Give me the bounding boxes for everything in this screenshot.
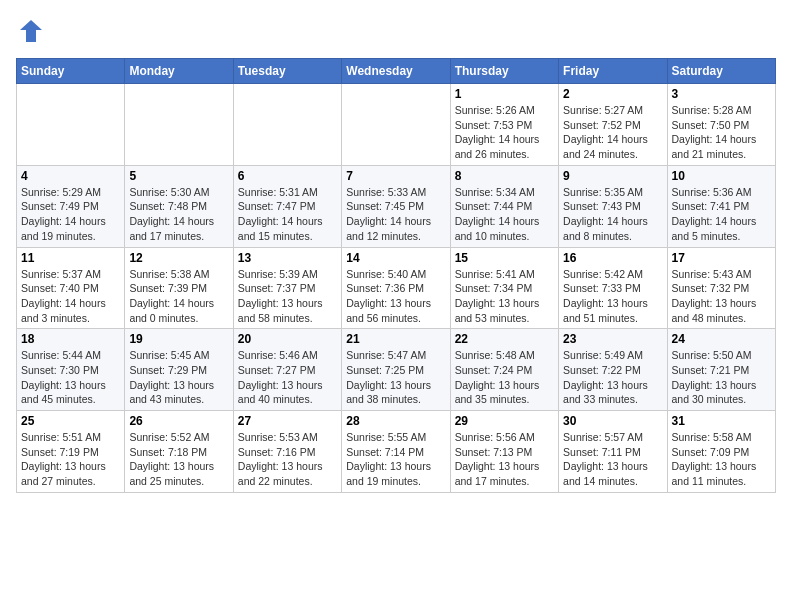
calendar-cell: 24Sunrise: 5:50 AM Sunset: 7:21 PM Dayli… [667,329,775,411]
day-number: 31 [672,414,771,428]
day-info: Sunrise: 5:30 AM Sunset: 7:48 PM Dayligh… [129,185,228,244]
day-number: 25 [21,414,120,428]
day-number: 6 [238,169,337,183]
day-number: 8 [455,169,554,183]
day-info: Sunrise: 5:31 AM Sunset: 7:47 PM Dayligh… [238,185,337,244]
day-info: Sunrise: 5:50 AM Sunset: 7:21 PM Dayligh… [672,348,771,407]
calendar-cell: 22Sunrise: 5:48 AM Sunset: 7:24 PM Dayli… [450,329,558,411]
day-number: 9 [563,169,662,183]
day-info: Sunrise: 5:38 AM Sunset: 7:39 PM Dayligh… [129,267,228,326]
calendar-cell: 27Sunrise: 5:53 AM Sunset: 7:16 PM Dayli… [233,411,341,493]
svg-marker-0 [20,20,42,42]
calendar-cell [342,84,450,166]
day-number: 23 [563,332,662,346]
day-number: 17 [672,251,771,265]
page-header [16,16,776,46]
calendar-cell: 15Sunrise: 5:41 AM Sunset: 7:34 PM Dayli… [450,247,558,329]
calendar-cell: 8Sunrise: 5:34 AM Sunset: 7:44 PM Daylig… [450,165,558,247]
calendar-week-row: 11Sunrise: 5:37 AM Sunset: 7:40 PM Dayli… [17,247,776,329]
calendar-week-row: 1Sunrise: 5:26 AM Sunset: 7:53 PM Daylig… [17,84,776,166]
calendar-cell: 30Sunrise: 5:57 AM Sunset: 7:11 PM Dayli… [559,411,667,493]
calendar-cell: 5Sunrise: 5:30 AM Sunset: 7:48 PM Daylig… [125,165,233,247]
day-info: Sunrise: 5:52 AM Sunset: 7:18 PM Dayligh… [129,430,228,489]
day-info: Sunrise: 5:40 AM Sunset: 7:36 PM Dayligh… [346,267,445,326]
day-number: 4 [21,169,120,183]
calendar-week-row: 4Sunrise: 5:29 AM Sunset: 7:49 PM Daylig… [17,165,776,247]
day-info: Sunrise: 5:27 AM Sunset: 7:52 PM Dayligh… [563,103,662,162]
day-number: 16 [563,251,662,265]
day-info: Sunrise: 5:28 AM Sunset: 7:50 PM Dayligh… [672,103,771,162]
day-number: 27 [238,414,337,428]
calendar-cell: 9Sunrise: 5:35 AM Sunset: 7:43 PM Daylig… [559,165,667,247]
day-info: Sunrise: 5:57 AM Sunset: 7:11 PM Dayligh… [563,430,662,489]
logo [16,16,50,46]
day-number: 24 [672,332,771,346]
day-info: Sunrise: 5:33 AM Sunset: 7:45 PM Dayligh… [346,185,445,244]
calendar-cell: 21Sunrise: 5:47 AM Sunset: 7:25 PM Dayli… [342,329,450,411]
logo-icon [16,16,46,46]
calendar-cell: 11Sunrise: 5:37 AM Sunset: 7:40 PM Dayli… [17,247,125,329]
calendar-cell: 1Sunrise: 5:26 AM Sunset: 7:53 PM Daylig… [450,84,558,166]
day-info: Sunrise: 5:46 AM Sunset: 7:27 PM Dayligh… [238,348,337,407]
calendar-cell: 26Sunrise: 5:52 AM Sunset: 7:18 PM Dayli… [125,411,233,493]
day-info: Sunrise: 5:55 AM Sunset: 7:14 PM Dayligh… [346,430,445,489]
day-info: Sunrise: 5:48 AM Sunset: 7:24 PM Dayligh… [455,348,554,407]
day-number: 26 [129,414,228,428]
day-info: Sunrise: 5:53 AM Sunset: 7:16 PM Dayligh… [238,430,337,489]
weekday-header-tuesday: Tuesday [233,59,341,84]
day-info: Sunrise: 5:39 AM Sunset: 7:37 PM Dayligh… [238,267,337,326]
day-number: 20 [238,332,337,346]
day-number: 3 [672,87,771,101]
day-number: 5 [129,169,228,183]
calendar-week-row: 18Sunrise: 5:44 AM Sunset: 7:30 PM Dayli… [17,329,776,411]
calendar-cell: 16Sunrise: 5:42 AM Sunset: 7:33 PM Dayli… [559,247,667,329]
day-info: Sunrise: 5:42 AM Sunset: 7:33 PM Dayligh… [563,267,662,326]
day-number: 22 [455,332,554,346]
day-number: 30 [563,414,662,428]
day-info: Sunrise: 5:34 AM Sunset: 7:44 PM Dayligh… [455,185,554,244]
day-number: 7 [346,169,445,183]
calendar-cell: 4Sunrise: 5:29 AM Sunset: 7:49 PM Daylig… [17,165,125,247]
calendar-cell: 19Sunrise: 5:45 AM Sunset: 7:29 PM Dayli… [125,329,233,411]
weekday-header-thursday: Thursday [450,59,558,84]
calendar-cell: 12Sunrise: 5:38 AM Sunset: 7:39 PM Dayli… [125,247,233,329]
calendar-cell [17,84,125,166]
calendar-cell: 25Sunrise: 5:51 AM Sunset: 7:19 PM Dayli… [17,411,125,493]
day-info: Sunrise: 5:37 AM Sunset: 7:40 PM Dayligh… [21,267,120,326]
day-info: Sunrise: 5:36 AM Sunset: 7:41 PM Dayligh… [672,185,771,244]
day-number: 18 [21,332,120,346]
calendar-cell: 13Sunrise: 5:39 AM Sunset: 7:37 PM Dayli… [233,247,341,329]
calendar-cell [233,84,341,166]
day-info: Sunrise: 5:41 AM Sunset: 7:34 PM Dayligh… [455,267,554,326]
day-number: 11 [21,251,120,265]
calendar-cell: 14Sunrise: 5:40 AM Sunset: 7:36 PM Dayli… [342,247,450,329]
calendar-cell: 17Sunrise: 5:43 AM Sunset: 7:32 PM Dayli… [667,247,775,329]
calendar-cell: 20Sunrise: 5:46 AM Sunset: 7:27 PM Dayli… [233,329,341,411]
calendar-cell: 31Sunrise: 5:58 AM Sunset: 7:09 PM Dayli… [667,411,775,493]
calendar-cell: 2Sunrise: 5:27 AM Sunset: 7:52 PM Daylig… [559,84,667,166]
day-number: 15 [455,251,554,265]
calendar-cell [125,84,233,166]
day-number: 14 [346,251,445,265]
day-info: Sunrise: 5:58 AM Sunset: 7:09 PM Dayligh… [672,430,771,489]
day-info: Sunrise: 5:29 AM Sunset: 7:49 PM Dayligh… [21,185,120,244]
calendar-cell: 18Sunrise: 5:44 AM Sunset: 7:30 PM Dayli… [17,329,125,411]
calendar-cell: 3Sunrise: 5:28 AM Sunset: 7:50 PM Daylig… [667,84,775,166]
weekday-header-saturday: Saturday [667,59,775,84]
day-info: Sunrise: 5:26 AM Sunset: 7:53 PM Dayligh… [455,103,554,162]
calendar-cell: 29Sunrise: 5:56 AM Sunset: 7:13 PM Dayli… [450,411,558,493]
calendar-week-row: 25Sunrise: 5:51 AM Sunset: 7:19 PM Dayli… [17,411,776,493]
weekday-header-wednesday: Wednesday [342,59,450,84]
day-number: 1 [455,87,554,101]
day-number: 12 [129,251,228,265]
calendar-cell: 28Sunrise: 5:55 AM Sunset: 7:14 PM Dayli… [342,411,450,493]
weekday-header-friday: Friday [559,59,667,84]
weekday-header-sunday: Sunday [17,59,125,84]
day-number: 13 [238,251,337,265]
day-number: 19 [129,332,228,346]
weekday-header-row: SundayMondayTuesdayWednesdayThursdayFrid… [17,59,776,84]
day-number: 21 [346,332,445,346]
weekday-header-monday: Monday [125,59,233,84]
day-info: Sunrise: 5:56 AM Sunset: 7:13 PM Dayligh… [455,430,554,489]
day-info: Sunrise: 5:47 AM Sunset: 7:25 PM Dayligh… [346,348,445,407]
